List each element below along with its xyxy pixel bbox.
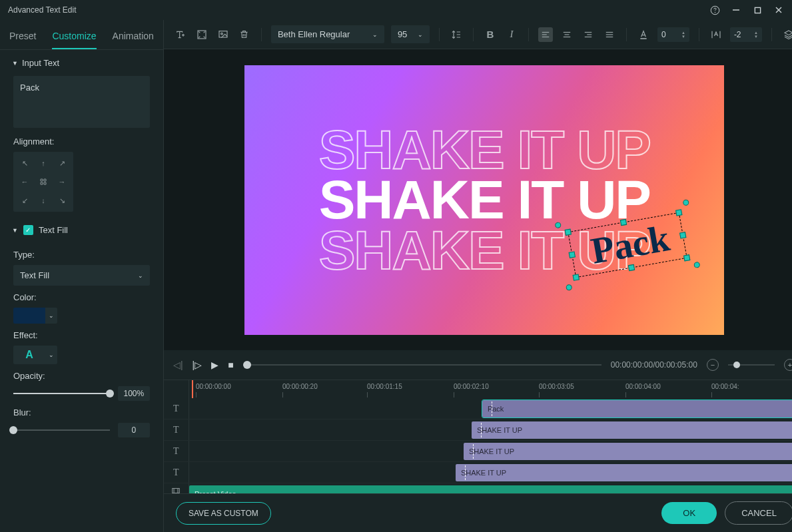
cancel-button[interactable]: CANCEL [725,501,792,525]
maximize-icon[interactable] [752,5,763,15]
align-right-icon[interactable] [581,27,595,42]
section-input-text[interactable]: ▼ Input Text [0,50,163,73]
type-label: Type: [13,250,150,260]
align-br[interactable]: ↘ [55,193,69,208]
align-justify-icon[interactable] [602,27,617,42]
svg-rect-22 [173,488,180,493]
line-height-icon[interactable] [449,27,464,42]
input-text-field[interactable]: Pack [13,76,150,128]
footer: SAVE AS CUSTOM OK CANCEL [164,493,792,532]
chevron-down-icon: ⌄ [372,31,378,38]
clip-text[interactable]: SHAKE IT UP [472,421,792,439]
ruler[interactable]: 00:00:00:00 00:00:00:20 00:00:01:15 00:0… [189,380,792,398]
tab-customize[interactable]: Customize [52,27,96,49]
svg-point-1 [715,12,715,13]
blur-label: Blur: [13,407,150,417]
playhead[interactable] [192,380,193,398]
delete-icon[interactable] [237,27,252,42]
opacity-slider[interactable] [13,393,110,394]
stop-icon[interactable]: ■ [228,360,233,370]
ok-button[interactable]: OK [661,502,717,524]
track-icon-text: T [164,398,189,419]
canvas[interactable]: SHAKE IT UP SHAKE IT UP SHAKE IT UP Pack [244,65,724,335]
track-lane[interactable]: SHAKE IT UP [189,462,792,483]
text-fill-toggle[interactable]: ▼ ✓ Text Fill [0,220,163,240]
font-value: Beth Ellen Regular [278,29,350,39]
layers-icon[interactable] [781,27,792,42]
next-frame-icon[interactable]: |▷ [193,360,202,370]
zoom-out-icon[interactable]: − [707,359,719,371]
ruler-tick: 00:00:00:20 [282,383,318,390]
zoom-slider[interactable] [728,364,775,366]
align-tr[interactable]: ↗ [55,156,69,170]
toolbar: Beth Ellen Regular ⌄ 95 ⌄ B I 0 ▲▼ [164,20,792,49]
fit-icon[interactable] [195,27,209,42]
bold-icon[interactable]: B [483,27,498,42]
canvas-line1[interactable]: SHAKE IT UP [319,125,650,174]
clip-pack[interactable]: Pack [482,400,792,417]
alignment-grid: ↖ ↑ ↗ ← → ↙ ↓ ↘ [13,152,73,212]
track-icon-video [164,483,189,493]
save-custom-button[interactable]: SAVE AS CUSTOM [176,502,271,525]
align-left-icon[interactable] [538,27,553,42]
clip-video[interactable]: Preset Video [189,485,792,493]
close-icon[interactable] [773,5,784,15]
alignment-label: Alignment: [13,136,150,146]
opacity-value[interactable]: 100% [118,386,150,401]
align-mr[interactable]: → [55,174,69,189]
rotation-input[interactable]: 0 ▲▼ [657,27,689,42]
size-select[interactable]: 95 ⌄ [391,25,430,43]
ruler-tick: 00:00:02:10 [454,383,489,390]
align-ml[interactable]: ← [17,174,32,189]
sidebar: Preset Customize Animation ▼ Input Text … [0,20,164,532]
text-fill-checkbox[interactable]: ✓ [23,225,33,235]
window-title: Advanced Text Edit [8,5,709,15]
clip-text[interactable]: SHAKE IT UP [456,464,792,481]
align-bc[interactable]: ↓ [36,193,51,208]
chevron-down-icon: ⌄ [418,31,423,38]
track-lane[interactable]: Pack [189,398,792,419]
effect-dropdown[interactable]: ⌄ [45,346,57,364]
image-icon[interactable] [216,27,230,42]
spacing-input[interactable]: -2 ▲▼ [730,27,762,42]
font-select[interactable]: Beth Ellen Regular ⌄ [271,25,384,43]
align-center-icon[interactable] [560,27,574,42]
tab-preset[interactable]: Preset [9,27,36,49]
track-lane[interactable]: SHAKE IT UP [189,441,792,461]
chevron-down-icon: ▼ [12,60,18,67]
blur-slider[interactable] [13,429,110,431]
clip-text[interactable]: SHAKE IT UP [464,443,792,460]
align-bl[interactable]: ↙ [17,193,32,208]
track-lane[interactable]: Preset Video [189,483,792,493]
play-icon[interactable]: ▶ [211,360,218,370]
align-tl[interactable]: ↖ [17,156,32,170]
type-select[interactable]: Text Fill ⌄ [13,265,150,286]
section-label: Input Text [22,58,59,68]
color-swatch[interactable] [13,308,45,324]
text-color-icon[interactable] [636,27,651,42]
rotation-value: 0 [661,30,666,39]
type-value: Text Fill [20,270,49,280]
prev-frame-icon[interactable]: ◁| [173,360,183,370]
color-dropdown[interactable]: ⌄ [45,308,57,324]
scrub-bar[interactable] [243,364,601,366]
minimize-icon[interactable] [731,5,741,15]
letter-spacing-icon[interactable] [709,27,723,42]
playbar: ◁| |▷ ▶ ■ 00:00:00:00/00:00:05:00 − + [164,350,792,380]
align-mc[interactable] [36,174,51,189]
ruler-tick: 00:00:00:00 [196,383,231,390]
canvas-line2[interactable]: SHAKE IT UP [319,174,650,224]
italic-icon[interactable]: I [504,27,519,42]
help-icon[interactable] [709,5,720,15]
effect-preview[interactable]: A [13,346,45,364]
zoom-in-icon[interactable]: + [784,359,792,371]
color-label: Color: [13,292,150,302]
track-lane[interactable]: SHAKE IT UP [189,419,792,440]
add-text-icon[interactable] [173,27,188,42]
svg-point-8 [221,33,223,35]
canvas-area[interactable]: SHAKE IT UP SHAKE IT UP SHAKE IT UP Pack [164,49,792,350]
blur-value[interactable]: 0 [118,423,150,437]
tab-animation[interactable]: Animation [113,27,154,49]
track-icon-text: T [164,462,189,483]
align-tc[interactable]: ↑ [36,156,51,170]
